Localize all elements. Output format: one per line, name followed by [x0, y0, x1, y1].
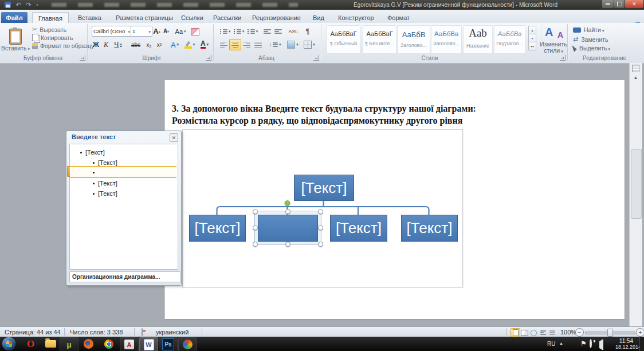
taskbar-photoshop-icon[interactable]: Ps — [159, 337, 178, 351]
copy-button[interactable]: Копировать — [32, 34, 73, 41]
smartart-root-shape[interactable]: [Текст] — [294, 175, 354, 201]
selection-handle-icon[interactable] — [285, 242, 290, 247]
subscript-button[interactable]: x₂ — [143, 39, 155, 50]
font-name-combobox[interactable]: Calibri (Осно — [92, 26, 132, 37]
zoom-in-icon[interactable]: + — [636, 328, 644, 337]
tab-review[interactable]: Рецензирование — [246, 12, 307, 23]
taskbar-opera-icon[interactable]: O — [22, 337, 40, 350]
shading-button[interactable] — [285, 39, 301, 50]
cut-button[interactable]: ✂ Вырезать — [32, 26, 66, 33]
change-styles-button[interactable] — [544, 26, 565, 40]
align-right-button[interactable] — [241, 39, 253, 50]
save-icon[interactable] — [3, 1, 11, 9]
font-dialog-launcher-icon[interactable] — [206, 55, 211, 61]
tray-volume-icon[interactable] — [599, 341, 603, 348]
vertical-scrollbar[interactable]: ▲ — [629, 63, 642, 326]
italic-button[interactable]: К — [101, 39, 111, 50]
view-outline-button[interactable] — [538, 328, 548, 337]
tray-update-icon[interactable] — [590, 340, 592, 347]
tab-smartart-design[interactable]: Конструктор — [332, 12, 380, 23]
smartart-child-shape-3[interactable]: [Текст] — [330, 215, 387, 242]
selection-handle-icon[interactable] — [318, 209, 323, 214]
text-pane-footer[interactable]: Организационная диаграмма... — [69, 271, 180, 282]
tab-smartart-format[interactable]: Формат — [382, 12, 415, 23]
restore-button[interactable] — [614, 0, 625, 9]
view-print-layout-button[interactable] — [511, 328, 520, 337]
taskbar-abbyy-icon[interactable]: A — [120, 337, 139, 351]
view-web-layout-button[interactable] — [529, 328, 539, 337]
paragraph-dialog-launcher-icon[interactable] — [313, 55, 319, 61]
text-pane-item-5[interactable]: [Текст] — [93, 189, 117, 198]
bullets-button[interactable] — [218, 26, 233, 37]
word-count[interactable]: Число слов: 3 338 — [70, 329, 123, 336]
spellcheck-icon[interactable] — [142, 329, 143, 336]
select-button[interactable]: Выделить — [573, 45, 610, 52]
scroll-up-icon[interactable]: ▲ — [631, 73, 641, 81]
superscript-button[interactable]: x² — [154, 39, 165, 50]
document-paragraph-line2[interactable]: Розмістила курсор в рядку, що відповідає… — [172, 115, 462, 127]
smartart-child-shape-1[interactable]: [Текст] — [189, 215, 246, 242]
tray-action-center-flag-icon[interactable]: ⚑ — [580, 340, 587, 348]
styles-dialog-launcher-icon[interactable] — [560, 55, 566, 61]
windows-start-button[interactable] — [2, 337, 15, 350]
find-button[interactable]: Найти — [573, 26, 604, 33]
numbering-button[interactable] — [231, 26, 246, 37]
selection-handle-icon[interactable] — [253, 242, 258, 247]
page-count[interactable]: Страница: 44 из 44 — [5, 329, 61, 336]
multilevel-list-button[interactable] — [245, 26, 260, 37]
tab-page-layout[interactable]: Разметка страницы — [110, 12, 179, 23]
styles-gallery-more-icon[interactable]: ▾▾ — [528, 42, 536, 50]
redo-icon[interactable]: ↷ — [24, 1, 33, 9]
text-pane-item-3-selected[interactable] — [93, 168, 98, 177]
justify-button[interactable] — [252, 39, 264, 50]
font-color-button[interactable]: А — [197, 39, 212, 50]
tab-file[interactable]: Файл — [1, 12, 28, 23]
text-pane-item-2[interactable]: [Текст] — [93, 158, 117, 167]
tab-references[interactable]: Ссылки — [175, 12, 209, 23]
taskbar-word-icon-active[interactable]: W — [139, 337, 158, 351]
styles-gallery-up-icon[interactable]: ▴ — [528, 26, 536, 34]
styles-gallery-down-icon[interactable]: ▾ — [528, 34, 536, 42]
qat-customize-icon[interactable]: ▾ — [34, 1, 40, 9]
text-pane-item-1[interactable]: [Текст] — [80, 148, 105, 157]
taskbar-firefox-icon[interactable] — [80, 337, 97, 350]
close-button[interactable]: ✕ — [625, 0, 644, 9]
minimize-button[interactable] — [602, 0, 614, 9]
scrollbar-thumb[interactable] — [631, 149, 642, 219]
view-draft-button[interactable] — [547, 328, 557, 337]
smartart-child-shape-4[interactable]: [Текст] — [401, 215, 458, 242]
change-styles-label[interactable]: Изменить стили — [540, 41, 567, 54]
text-pane-close-icon[interactable]: ✕ — [170, 133, 178, 142]
undo-icon[interactable]: ↶ — [14, 1, 23, 9]
style-card-no-spacing[interactable]: АаБбВвГ ¶ Без инте... — [363, 25, 396, 54]
selection-handle-icon[interactable] — [253, 225, 258, 230]
taskbar-chrome-icon[interactable] — [100, 337, 117, 350]
style-card-title[interactable]: Aab Название — [463, 25, 493, 54]
bold-button[interactable]: Ж — [91, 39, 101, 50]
clear-formatting-button[interactable] — [189, 26, 201, 37]
text-highlight-button[interactable] — [182, 39, 197, 50]
shrink-font-button[interactable]: А▾ — [161, 26, 171, 37]
show-desktop-button[interactable] — [639, 337, 644, 351]
align-left-button[interactable] — [218, 39, 230, 50]
clipboard-dialog-launcher-icon[interactable] — [80, 55, 85, 61]
text-pane-item-4[interactable]: [Текст] — [93, 179, 117, 188]
change-case-button[interactable]: Аа — [173, 26, 188, 37]
tray-hidden-icons-chevron[interactable]: ▲ — [559, 341, 563, 345]
ruler-toggle-icon[interactable] — [631, 64, 641, 72]
tab-mailings[interactable]: Рассылки — [207, 12, 247, 23]
zoom-slider-thumb[interactable] — [607, 329, 613, 337]
selection-handle-icon[interactable] — [318, 225, 323, 230]
text-effects-button[interactable]: А — [167, 39, 182, 50]
font-size-combobox[interactable]: 1 — [131, 26, 152, 37]
sort-button[interactable]: АЯ↓ — [286, 26, 300, 37]
line-spacing-button[interactable]: ↕ — [267, 39, 283, 50]
selection-handle-icon[interactable] — [318, 242, 323, 247]
tray-clock[interactable]: 11:54 18.12.2014 — [615, 338, 637, 350]
tab-home[interactable]: Главная — [32, 12, 69, 23]
align-center-button[interactable] — [229, 39, 241, 50]
tab-insert[interactable]: Вставка — [72, 12, 107, 23]
format-painter-button[interactable]: Формат по образцу — [32, 42, 94, 49]
selection-handle-icon[interactable] — [285, 209, 290, 214]
strikethrough-button[interactable]: abc — [128, 39, 143, 50]
